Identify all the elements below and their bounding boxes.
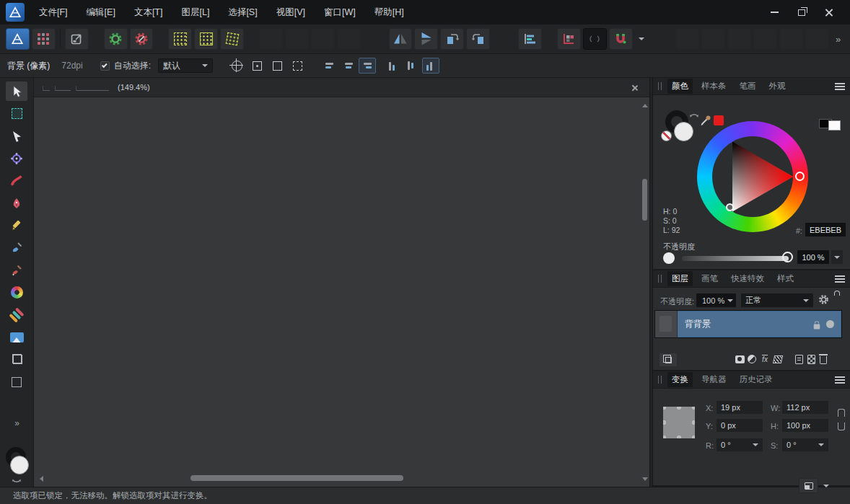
liquify-persona-button[interactable] [32, 28, 56, 50]
no-color-icon[interactable] [661, 131, 672, 141]
tab-layers[interactable]: 图层 [667, 271, 693, 286]
insert-behind-button[interactable] [518, 28, 542, 50]
selection-rotate-button[interactable] [220, 28, 244, 50]
layer-name[interactable]: 背背景 [685, 318, 711, 330]
layer-effects-button[interactable]: fx [758, 353, 772, 366]
pen-tool[interactable] [6, 193, 27, 213]
align-center-button[interactable] [340, 58, 357, 74]
fill-color-selector[interactable] [674, 122, 693, 141]
r-field[interactable]: 0 ° [717, 438, 763, 451]
cycle-selection-box-button[interactable] [247, 57, 266, 74]
duplicate-layer-button[interactable] [659, 353, 678, 367]
menu-select[interactable]: 选择[S] [224, 4, 261, 22]
saturation-lightness-triangle[interactable] [697, 121, 808, 232]
tone-mapping-persona-button[interactable] [130, 28, 154, 50]
canvas[interactable] [34, 97, 649, 487]
tab-quick-fx[interactable]: 快速特效 [727, 271, 768, 286]
snapping-button[interactable] [609, 28, 633, 50]
pencil-tool[interactable] [6, 216, 27, 235]
shear-mode-button[interactable] [799, 478, 818, 493]
scroll-left-arrow[interactable] [40, 476, 43, 482]
node-tool[interactable] [6, 126, 27, 146]
move-tool[interactable] [6, 81, 27, 101]
white-swatch[interactable] [828, 120, 841, 131]
horizontal-scroll-thumb[interactable] [190, 475, 403, 481]
tab-transform[interactable]: 变换 [667, 372, 693, 387]
align-middle-button[interactable] [403, 58, 421, 74]
vertical-scroll-thumb[interactable] [642, 179, 647, 221]
hex-input[interactable]: EBEBEB [805, 223, 846, 236]
layer-row-selected[interactable]: 背背景 [655, 311, 841, 337]
opacity-slider-handle[interactable] [782, 252, 793, 262]
tab-brushes[interactable]: 画笔 [697, 271, 722, 286]
layer-opacity-field[interactable]: 100 % [696, 293, 736, 307]
develop-persona-button[interactable] [104, 28, 128, 50]
close-button[interactable] [818, 4, 840, 21]
rectangle-marquee-tool[interactable] [6, 104, 27, 123]
show-bounding-box-button[interactable] [288, 57, 307, 74]
selection-dots-button[interactable] [168, 28, 192, 50]
rotate-cw-button[interactable] [466, 28, 490, 50]
live-filter-button[interactable] [771, 353, 785, 366]
show-transform-origin-button[interactable] [227, 57, 246, 74]
anchor-point-selector[interactable] [663, 407, 695, 438]
h-field[interactable]: 100 px [782, 419, 828, 432]
panel-grip[interactable] [658, 275, 662, 283]
hide-selection-button[interactable] [268, 57, 286, 74]
scroll-up-arrow[interactable] [642, 104, 648, 107]
tab-color[interactable]: 颜色 [667, 79, 693, 94]
color-replacement-brush-tool[interactable] [6, 260, 27, 280]
photo-persona-button[interactable] [6, 28, 30, 50]
panel-grip[interactable] [658, 82, 662, 90]
shear-mode-dropdown[interactable] [820, 478, 832, 493]
corner-tool[interactable] [6, 149, 27, 168]
opacity-dropdown[interactable] [831, 250, 843, 264]
tab-swatches[interactable]: 样本条 [697, 79, 731, 94]
x-field[interactable]: 19 px [717, 401, 763, 414]
align-right-button[interactable] [359, 58, 376, 74]
menu-layer[interactable]: 图层[L] [177, 4, 214, 22]
s-field[interactable]: 0 ° [782, 438, 828, 451]
fill-color-circle[interactable] [10, 456, 29, 474]
fill-tool[interactable] [6, 283, 27, 302]
align-top-button[interactable] [385, 58, 402, 74]
w-field[interactable]: 112 px [782, 401, 828, 414]
crayon-tools[interactable] [6, 305, 27, 324]
scroll-down-arrow[interactable] [642, 477, 648, 481]
menu-file[interactable]: 文件[F] [35, 4, 72, 22]
crop-tool[interactable] [6, 350, 27, 369]
snapping-dropdown[interactable] [635, 28, 648, 50]
tab-history[interactable]: 历史记录 [735, 372, 777, 387]
swap-colors-icon[interactable] [689, 110, 699, 118]
flip-horizontal-button[interactable] [389, 28, 413, 50]
tools-overflow[interactable]: » [6, 413, 27, 433]
preset-dropdown[interactable]: 默认 [158, 58, 213, 73]
horizontal-scrollbar[interactable] [37, 474, 636, 482]
layer-thumbnail[interactable] [655, 311, 678, 337]
tab-appearance[interactable]: 外观 [765, 79, 790, 94]
panel-grip[interactable] [658, 376, 662, 384]
menu-help[interactable]: 帮助[H] [370, 4, 408, 22]
move-by-whole-pixels-button[interactable] [557, 28, 581, 50]
export-persona-button[interactable] [65, 28, 89, 50]
tab-styles[interactable]: 样式 [773, 271, 798, 286]
auto-select-checkbox[interactable] [100, 61, 110, 71]
panel-menu-icon[interactable] [835, 83, 845, 84]
blend-options-gear-icon[interactable] [818, 294, 829, 305]
tab-navigator[interactable]: 导航器 [697, 372, 731, 387]
align-left-button[interactable] [321, 58, 338, 74]
menu-text[interactable]: 文本[T] [130, 4, 167, 22]
panel-menu-icon[interactable] [835, 376, 845, 378]
menu-edit[interactable]: 编辑[E] [82, 4, 120, 22]
rotate-ccw-button[interactable] [440, 28, 464, 50]
saturation-marker[interactable] [726, 203, 734, 211]
opacity-slider-track[interactable] [682, 256, 789, 261]
flip-vertical-button[interactable] [414, 28, 438, 50]
paint-brush-tool[interactable] [6, 238, 27, 257]
toolbar-overflow-chevrons[interactable]: » [831, 34, 844, 45]
blend-mode-dropdown[interactable]: 正常 [741, 293, 813, 307]
place-image-tool[interactable] [6, 327, 27, 347]
vertical-scrollbar[interactable] [641, 101, 649, 469]
contour-tool[interactable] [6, 171, 27, 190]
maximize-button[interactable] [791, 4, 812, 21]
